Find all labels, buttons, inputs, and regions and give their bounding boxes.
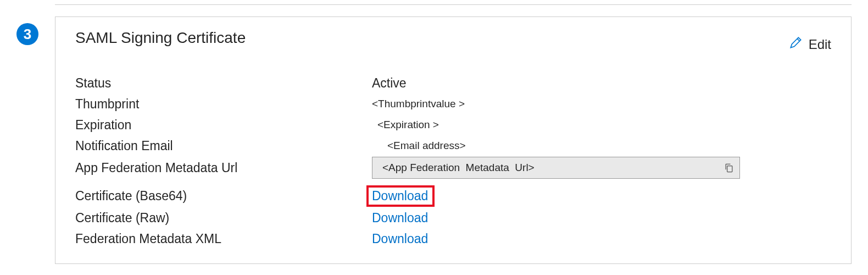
notification-email-row: Notification Email <Email address> — [75, 136, 831, 156]
status-value: Active — [372, 76, 831, 91]
cert-base64-download-link[interactable]: Download — [372, 189, 428, 203]
cert-raw-value: Download — [372, 211, 831, 226]
metadata-url-input[interactable] — [382, 162, 723, 174]
step-number: 3 — [24, 26, 31, 43]
metadata-url-field — [372, 157, 740, 179]
expiration-row: Expiration <Expiration > — [75, 115, 831, 135]
fed-xml-label: Federation Metadata XML — [75, 232, 372, 246]
notification-email-label: Notification Email — [75, 139, 372, 153]
card-header: SAML Signing Certificate Edit — [75, 29, 831, 53]
fed-xml-value: Download — [372, 232, 831, 246]
pencil-icon — [789, 36, 803, 53]
fed-xml-download-link[interactable]: Download — [372, 232, 428, 246]
metadata-url-label: App Federation Metadata Url — [75, 161, 372, 175]
fed-xml-row: Federation Metadata XML Download — [75, 229, 831, 249]
status-label: Status — [75, 76, 372, 91]
thumbprint-row: Thumbprint <Thumbprintvalue > — [75, 94, 831, 114]
card-title: SAML Signing Certificate — [75, 29, 246, 47]
cert-raw-download-link[interactable]: Download — [372, 211, 428, 226]
notification-email-value: <Email address> — [372, 140, 831, 152]
top-divider — [55, 4, 852, 5]
thumbprint-value: <Thumbprintvalue > — [372, 98, 831, 110]
metadata-url-value-wrap — [372, 157, 831, 179]
cert-base64-label: Certificate (Base64) — [75, 189, 372, 204]
metadata-url-row: App Federation Metadata Url — [75, 157, 831, 179]
expiration-label: Expiration — [75, 118, 372, 133]
cert-raw-row: Certificate (Raw) Download — [75, 208, 831, 228]
cert-base64-row: Certificate (Base64) Download — [75, 185, 831, 207]
expiration-value: <Expiration > — [372, 119, 831, 131]
thumbprint-label: Thumbprint — [75, 97, 372, 112]
copy-icon[interactable] — [723, 162, 735, 174]
step-number-badge: 3 — [16, 23, 38, 45]
saml-signing-certificate-card: SAML Signing Certificate Edit Status Act… — [55, 16, 852, 264]
edit-button[interactable]: Edit — [789, 29, 831, 53]
cert-base64-value: Download — [372, 185, 831, 207]
status-row: Status Active — [75, 73, 831, 93]
download-highlight-box: Download — [366, 185, 435, 207]
cert-raw-label: Certificate (Raw) — [75, 211, 372, 226]
edit-label: Edit — [809, 37, 831, 52]
svg-rect-0 — [727, 166, 732, 172]
